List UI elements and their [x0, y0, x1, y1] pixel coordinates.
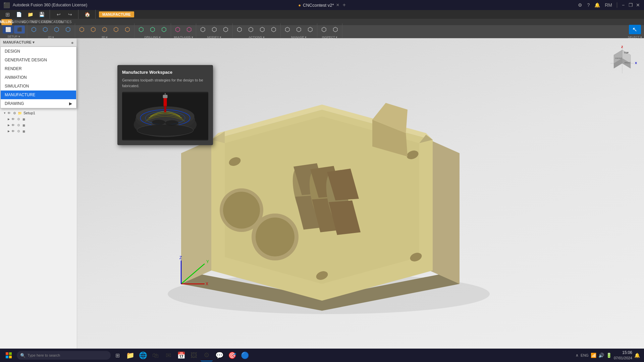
close-tab-icon[interactable]: ✕	[336, 3, 339, 7]
tree-item-2[interactable]: ▶ 👁 ⚙ ◼	[1, 122, 75, 128]
2d-face-button[interactable]: ⬡	[63, 25, 73, 34]
menu-item-simulation[interactable]: SIMULATION	[1, 82, 76, 90]
task-view-icon[interactable]: ⊞	[111, 349, 123, 361]
save-icon[interactable]: 💾	[36, 10, 47, 19]
tray-network-icon[interactable]: 📶	[591, 353, 596, 358]
taskbar-search[interactable]: 🔍 Type here to search	[17, 351, 111, 360]
help-icon[interactable]: ?	[586, 2, 591, 8]
notification-icon[interactable]: 🔔	[593, 2, 601, 8]
close-button[interactable]: ✕	[635, 2, 641, 8]
group-multiaxis: ⬡ ⬡ MULTI-AXIS ▾	[171, 23, 196, 40]
taskbar-app-photos[interactable]: 🖼	[188, 349, 200, 361]
modify3-button[interactable]: ⬡	[220, 25, 231, 34]
tree-gear-icon-3[interactable]: ⚙	[16, 129, 21, 133]
tree-eye-icon-3[interactable]: 👁	[11, 129, 15, 133]
taskbar-app-calendar[interactable]: 📅	[175, 349, 187, 361]
tree-item-1[interactable]: ▶ 👁 ⚙ ◼	[1, 116, 75, 122]
tray-battery-icon[interactable]: 🔋	[606, 353, 612, 358]
2d-contour-button[interactable]: ⬡	[51, 25, 62, 34]
taskbar-app-8[interactable]: 🎯	[226, 349, 238, 361]
post-process-button[interactable]: ⬡	[246, 25, 256, 34]
menu-item-design[interactable]: DESIGN	[1, 47, 76, 56]
viewport[interactable]: Y X Z Manufacture Workspace Generates to…	[77, 38, 644, 349]
menu-item-generative[interactable]: GENERATIVE DESIGN	[1, 56, 76, 64]
svg-point-45	[152, 119, 165, 125]
menu-item-render[interactable]: RENDER	[1, 64, 76, 73]
tool-library-button[interactable]: ⬡	[282, 25, 293, 34]
tray-language-icon[interactable]: ENG	[581, 353, 589, 357]
3d-adaptive-button[interactable]: ⬡	[76, 25, 87, 34]
taskbar-app-edge[interactable]: 🌐	[137, 349, 149, 361]
drill-button[interactable]: ⬡	[136, 25, 147, 34]
simulate-button[interactable]: ⬡	[234, 25, 245, 34]
setup-button[interactable]: ⬜	[3, 25, 13, 34]
taskbar-app-whatsapp[interactable]: 💬	[213, 349, 225, 361]
tray-volume-icon[interactable]: 🔊	[598, 353, 604, 358]
taskbar-app-mail[interactable]: ✉	[162, 349, 174, 361]
redo-icon[interactable]: ↪	[65, 10, 75, 19]
tree-gear-icon-2[interactable]: ⚙	[16, 123, 21, 127]
maximize-button[interactable]: ❐	[628, 2, 633, 8]
tree-item-setup[interactable]: ▼ 👁 ⚙ 📁 Setup1	[1, 110, 75, 116]
grid-icon[interactable]: ⊞	[2, 10, 13, 19]
sidebar-close-icon[interactable]: ●	[71, 40, 74, 45]
svg-point-46	[165, 120, 179, 125]
add-tab-icon[interactable]: +	[343, 2, 346, 8]
3d-scallop-button[interactable]: ⬡	[122, 25, 133, 34]
tray-notification-icon[interactable]: 🔔	[634, 353, 640, 358]
viewcube[interactable]: TOP FRONT RIGHT Z X	[607, 45, 637, 75]
settings-icon[interactable]: ⚙	[577, 2, 584, 8]
modify1-button[interactable]: ⬡	[198, 25, 208, 34]
tree-item-icon-1: ◼	[21, 117, 26, 121]
new-file-icon[interactable]: 📄	[13, 10, 24, 19]
system-tray: ∧ ENG 📶 🔊 🔋 15:06 07/01/2024 🔔	[576, 350, 643, 360]
taskbar-app-explorer[interactable]: 📁	[124, 349, 136, 361]
undo-icon[interactable]: ↩	[53, 10, 64, 19]
bore-button[interactable]: ⬡	[147, 25, 158, 34]
tree-item-3[interactable]: ▶ 👁 ⚙ ◼	[1, 128, 75, 134]
menu-item-animation[interactable]: ANIMATION	[1, 73, 76, 82]
tree-eye-icon-2[interactable]: 👁	[11, 123, 15, 127]
group-modify: ⬡ ⬡ ⬡ MODIFY ▾	[196, 23, 233, 40]
taskbar-clock[interactable]: 15:06 07/01/2024	[614, 350, 632, 360]
svg-text:Z: Z	[621, 45, 623, 49]
3d-contour-button[interactable]: ⬡	[99, 25, 110, 34]
actions4-button[interactable]: ⬡	[268, 25, 279, 34]
tree-item-icon-3: ◼	[21, 129, 26, 133]
svg-point-17	[223, 192, 260, 229]
home-icon[interactable]: 🏠	[82, 10, 93, 19]
measure-button[interactable]: ⬡	[319, 25, 329, 34]
tree-eye-icon-1[interactable]: 👁	[11, 117, 15, 121]
file-name: CNCcontest v2*	[303, 3, 334, 8]
taskbar-app-9[interactable]: 🔵	[239, 349, 251, 361]
setup-sheet-button[interactable]: ⬡	[257, 25, 268, 34]
3d-parallel-button[interactable]: ⬡	[111, 25, 121, 34]
3d-pocket-button[interactable]: ⬡	[88, 25, 99, 34]
thread-button[interactable]: ⬡	[159, 25, 169, 34]
multiaxis1-button[interactable]: ⬡	[172, 25, 183, 34]
2d-pocket-button[interactable]: ⬡	[40, 25, 51, 34]
post-library-button[interactable]: ⬡	[305, 25, 316, 34]
taskbar-app-fusion360[interactable]: ⚙	[201, 349, 213, 361]
multiaxis2-button[interactable]: ⬡	[184, 25, 195, 34]
minimize-button[interactable]: −	[621, 2, 626, 8]
workspace-dropdown-menu: MANUFACTURE ▾ ● DESIGN GENERATIVE DESIGN…	[0, 38, 77, 109]
taskbar-app-store[interactable]: 🛍	[150, 349, 162, 361]
start-button[interactable]	[1, 349, 16, 361]
document-settings-button[interactable]: ⬡	[293, 25, 304, 34]
section-analysis-button[interactable]: ⬡	[330, 25, 341, 34]
tree-gear-icon-1[interactable]: ⚙	[16, 117, 21, 121]
account-icon[interactable]: RM	[603, 2, 613, 8]
new-setup-button[interactable]: ⬛	[14, 25, 25, 34]
2d-adaptive-button[interactable]: ⬡	[29, 25, 39, 34]
menu-item-drawing[interactable]: DRAWING ▶	[1, 99, 76, 108]
menu-item-manufacture[interactable]: MANUFACTURE	[1, 90, 76, 99]
modify2-button[interactable]: ⬡	[209, 25, 220, 34]
select-button[interactable]: ↖	[629, 25, 641, 34]
open-file-icon[interactable]: 📁	[25, 10, 36, 19]
workspace-manufacture-tab[interactable]: MANUFACTURE	[99, 11, 134, 17]
tree-eye-icon[interactable]: 👁	[7, 111, 11, 115]
tray-chevron-icon[interactable]: ∧	[576, 353, 579, 358]
svg-rect-59	[9, 352, 12, 355]
tree-gear-icon[interactable]: ⚙	[12, 111, 17, 115]
